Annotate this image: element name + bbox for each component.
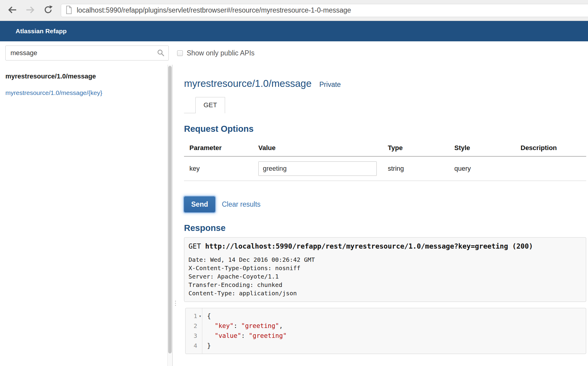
show-public-checkbox[interactable] [177, 50, 183, 56]
response-header-line: Content-Type: application/json [189, 289, 586, 297]
response-body: 1▾234 { "key": "greeting", "value": "gre… [185, 308, 586, 354]
collapse-arrow-icon[interactable]: ▾ [199, 311, 201, 321]
line-number: 4 [186, 341, 197, 351]
response-header-line: Server: Apache-Coyote/1.1 [189, 272, 586, 281]
param-description [515, 156, 586, 181]
sidebar-scrollbar[interactable] [167, 65, 173, 366]
visibility-badge: Private [319, 81, 341, 89]
browser-address-bar[interactable]: localhost:5990/refapp/plugins/servlet/re… [61, 4, 588, 17]
response-header-line: Date: Wed, 14 Dec 2016 00:26:42 GMT [189, 255, 586, 264]
page-icon [65, 5, 73, 16]
api-toolbar: Show only public APIs [0, 41, 588, 65]
tab-get[interactable]: GET [195, 97, 225, 113]
param-style: query [449, 156, 515, 181]
col-value: Value [253, 140, 382, 156]
response-status-code: (200) [512, 242, 533, 250]
back-icon [7, 5, 17, 16]
app-title: Atlassian Refapp [16, 28, 67, 35]
line-number-gutter: 1▾234 [186, 308, 202, 354]
app-header: Atlassian Refapp [0, 21, 588, 41]
url-text: localhost:5990/refapp/plugins/servlet/re… [77, 6, 351, 14]
response-header-line: Transfer-Encoding: chunked [189, 281, 586, 289]
resource-title: myrestresource/1.0/message [184, 78, 312, 89]
request-params-table: Parameter Value Type Style Description k… [184, 140, 586, 181]
search-icon [157, 49, 165, 58]
scrollbar-thumb[interactable] [168, 66, 172, 353]
json-line: "key": "greeting", [207, 321, 287, 331]
title-row: myrestresource/1.0/message Private [184, 78, 586, 89]
resource-detail-panel: myrestresource/1.0/message Private GET R… [173, 65, 588, 366]
col-parameter: Parameter [184, 140, 253, 156]
response-method: GET [189, 242, 201, 250]
show-public-label: Show only public APIs [187, 49, 254, 57]
sidebar-item-message[interactable]: myrestresource/1.0/message [5, 72, 167, 80]
browser-back-button[interactable] [7, 5, 17, 16]
col-type: Type [382, 140, 449, 156]
param-type: string [382, 156, 449, 181]
search-input[interactable] [5, 46, 169, 61]
search-box [5, 46, 169, 61]
forward-icon [25, 5, 35, 16]
browser-forward-button[interactable] [25, 5, 35, 16]
json-code: { "key": "greeting", "value": "greeting"… [202, 308, 287, 354]
response-heading: Response [184, 223, 586, 233]
json-line: { [207, 311, 287, 321]
sidebar-item-message-key[interactable]: myrestresource/1.0/message/{key} [5, 89, 167, 96]
reload-icon [43, 5, 53, 16]
line-number: 2 [186, 321, 197, 331]
response-headers: Date: Wed, 14 Dec 2016 00:26:42 GMTX-Con… [189, 255, 586, 297]
clear-results-link[interactable]: Clear results [222, 200, 260, 208]
json-line: "value": "greeting" [207, 331, 287, 341]
resource-list: myrestresource/1.0/message myrestresourc… [0, 65, 167, 366]
param-value-input[interactable] [258, 161, 377, 176]
send-button[interactable]: Send [184, 196, 215, 212]
line-number: 1▾ [186, 311, 197, 321]
request-options-heading: Request Options [184, 124, 586, 134]
pane-resize-grip[interactable] [175, 301, 176, 306]
col-description: Description [515, 140, 586, 156]
response-panel: GET http://localhost:5990/refapp/rest/my… [184, 237, 586, 302]
param-name: key [184, 156, 253, 181]
browser-reload-button[interactable] [43, 5, 53, 16]
response-url: http://localhost:5990/refapp/rest/myrest… [205, 242, 508, 250]
browser-chrome: localhost:5990/refapp/plugins/servlet/re… [0, 0, 588, 21]
param-row: key string query [184, 156, 586, 181]
method-tabs: GET [184, 97, 225, 113]
params-header-row: Parameter Value Type Style Description [184, 140, 586, 156]
response-status-line: GET http://localhost:5990/refapp/rest/my… [189, 242, 586, 251]
request-actions: Send Clear results [184, 196, 586, 212]
line-number: 3 [186, 331, 197, 341]
response-header-line: X-Content-Type-Options: nosniff [189, 264, 586, 272]
col-style: Style [449, 140, 515, 156]
json-line: } [207, 341, 287, 351]
show-public-toggle: Show only public APIs [177, 49, 254, 57]
